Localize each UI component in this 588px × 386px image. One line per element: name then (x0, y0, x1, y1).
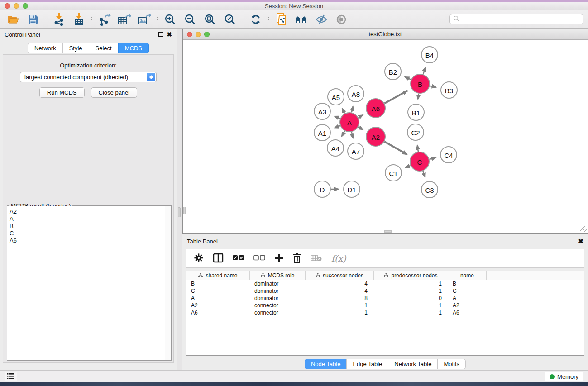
delete-column-button[interactable] (292, 253, 301, 264)
table-cell[interactable]: C (186, 287, 250, 295)
deselect-all-button[interactable] (253, 255, 265, 262)
mcds-result-item[interactable]: C (10, 230, 163, 237)
close-panel-button[interactable]: Close panel (91, 87, 138, 98)
graph-node-B4[interactable]: B4 (421, 47, 438, 63)
graph-edge-C-C3[interactable] (423, 171, 425, 177)
table-cell[interactable]: A6 (186, 309, 250, 316)
zoom-selected-button[interactable] (221, 12, 239, 27)
mcds-result-list[interactable]: A2ABCA6 (8, 206, 165, 360)
graph-node-C4[interactable]: C4 (440, 147, 457, 163)
column-header-MCDS-role[interactable]: MCDS role (250, 271, 306, 280)
select-all-button[interactable] (233, 255, 244, 262)
column-header-successor-nodes[interactable]: successor nodes (306, 271, 374, 280)
left-splitter-thumb[interactable] (183, 207, 186, 214)
tab-mcds[interactable]: MCDS (118, 43, 149, 53)
table-cell[interactable]: 0 (374, 295, 448, 302)
graph-edge-A-A8[interactable] (352, 106, 353, 112)
divider-grip[interactable] (178, 207, 181, 217)
graph-edge-C-C4[interactable] (429, 158, 435, 159)
graph-node-A5[interactable]: A5 (328, 89, 344, 105)
network-window-titlebar[interactable]: testGlobe.txt (183, 29, 588, 40)
zoom-out-button[interactable] (182, 12, 199, 27)
column-header-name[interactable]: name (448, 271, 487, 280)
tab-node-table[interactable]: Node Table (305, 359, 347, 369)
tab-select[interactable]: Select (89, 43, 119, 53)
table-row[interactable]: A6connector11A6 (186, 309, 584, 316)
refresh-button[interactable] (247, 12, 264, 27)
show-all-networks-button[interactable] (293, 12, 310, 27)
graph-edge-A2-C[interactable] (384, 142, 407, 154)
result-scrollbar[interactable] (165, 206, 171, 360)
mcds-result-item[interactable]: A6 (10, 237, 163, 244)
mcds-result-item[interactable]: B (10, 223, 163, 230)
table-cell[interactable]: A6 (448, 309, 487, 316)
graph-node-A4[interactable]: A4 (327, 140, 344, 156)
search-input[interactable] (449, 14, 583, 24)
table-cell[interactable]: 8 (306, 295, 374, 302)
table-cell[interactable]: dominator (250, 280, 306, 287)
graph-edge-A-A2[interactable] (358, 127, 363, 130)
add-column-button[interactable] (274, 253, 283, 264)
graph-node-C[interactable]: C (410, 152, 429, 171)
graph-node-D1[interactable]: D1 (344, 181, 360, 197)
table-cell[interactable]: A2 (186, 302, 250, 309)
float-table-panel-icon[interactable] (570, 239, 574, 243)
graph-node-C2[interactable]: C2 (407, 124, 424, 140)
graph-node-B1[interactable]: B1 (408, 104, 424, 120)
graph-node-A3[interactable]: A3 (314, 103, 330, 119)
column-header-predecessor-nodes[interactable]: predecessor nodes (374, 271, 448, 280)
node-table[interactable]: shared nameMCDS rolesuccessor nodesprede… (186, 271, 584, 356)
graph-node-A[interactable]: A (340, 113, 359, 132)
show-panel-button[interactable] (333, 12, 350, 27)
graph-edge-B-B2[interactable] (405, 77, 411, 80)
graph-node-A6[interactable]: A6 (366, 99, 385, 118)
network-canvas[interactable]: B4B2BB3A5A8A6A3AB1A1A2C2A4A7CC4C1C3DD1 (183, 40, 587, 233)
table-cell[interactable]: dominator (250, 287, 306, 295)
table-row[interactable]: Adominator80A (186, 295, 584, 302)
graph-edge-C-C1[interactable] (406, 166, 411, 168)
close-panel-icon[interactable]: ✖ (167, 32, 172, 37)
graph-node-A7[interactable]: A7 (348, 143, 364, 159)
export-image-button[interactable] (136, 12, 153, 27)
graph-edge-A-A7[interactable] (352, 132, 353, 138)
hide-panel-button[interactable] (313, 12, 330, 27)
graph-edge-A-A4[interactable] (342, 131, 345, 136)
mcds-result-item[interactable]: A (10, 215, 163, 223)
panel-divider[interactable] (177, 29, 182, 370)
export-network-button[interactable] (96, 12, 113, 27)
graph-node-B[interactable]: B (411, 74, 430, 93)
table-cell[interactable]: B (186, 280, 250, 287)
column-header-shared-name[interactable]: shared name (186, 271, 250, 280)
table-cell[interactable]: 4 (306, 280, 374, 287)
table-cell[interactable]: 1 (374, 287, 448, 295)
open-file-button[interactable] (5, 12, 22, 27)
table-cell[interactable]: dominator (250, 295, 306, 302)
table-row[interactable]: A2connector11A2 (186, 302, 584, 309)
graph-node-C1[interactable]: C1 (385, 165, 402, 181)
resize-grip[interactable] (580, 226, 587, 232)
bottom-splitter-thumb[interactable] (384, 230, 392, 233)
graph-node-D[interactable]: D (314, 181, 330, 197)
graph-node-C3[interactable]: C3 (421, 181, 438, 198)
tab-network[interactable]: Network (28, 43, 63, 53)
table-cell[interactable]: 1 (306, 309, 374, 316)
float-panel-icon[interactable] (158, 32, 163, 37)
table-cell[interactable]: connector (250, 309, 306, 316)
table-cell[interactable]: B (448, 280, 487, 287)
tab-style[interactable]: Style (62, 43, 89, 53)
import-table-button[interactable] (70, 12, 87, 27)
graph-node-A8[interactable]: A8 (348, 86, 364, 102)
import-network-button[interactable] (50, 12, 67, 27)
table-cell[interactable]: A (186, 295, 250, 302)
graph-node-A1[interactable]: A1 (314, 124, 330, 141)
table-row[interactable]: Cdominator41C (186, 287, 584, 295)
table-cell[interactable]: C (448, 287, 487, 295)
graph-edge-B-B3[interactable] (430, 86, 436, 87)
table-cell[interactable]: 1 (374, 280, 448, 287)
tab-network-table[interactable]: Network Table (388, 359, 438, 369)
close-table-panel-icon[interactable]: ✖ (578, 239, 583, 243)
graph-edge-A-A6[interactable] (358, 115, 363, 118)
tab-edge-table[interactable]: Edge Table (346, 359, 388, 369)
graph-edge-C-C2[interactable] (417, 145, 418, 152)
table-cell[interactable]: 1 (306, 302, 374, 309)
